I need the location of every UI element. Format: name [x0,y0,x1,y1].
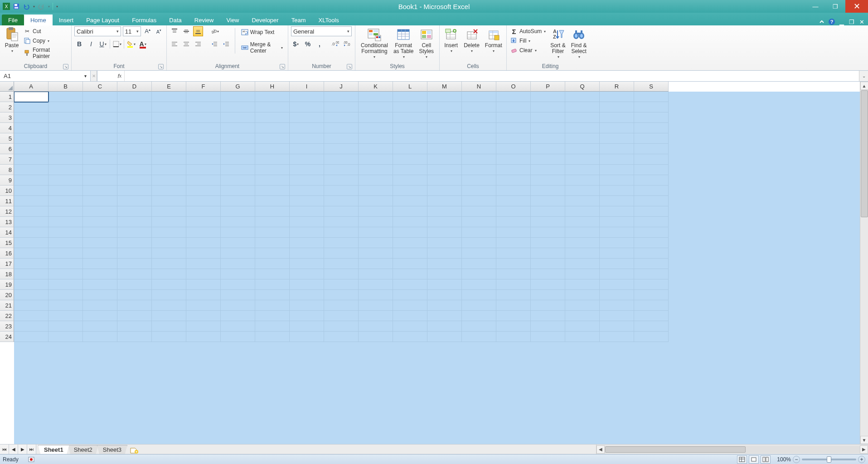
cell-G8[interactable] [221,165,255,175]
number-format-combo[interactable]: General▾ [291,26,352,36]
cell-S6[interactable] [634,144,669,154]
zoom-in-button[interactable]: + [858,456,865,463]
cell-G12[interactable] [221,206,255,217]
workbook-minimize-icon[interactable]: ▁ [838,18,845,25]
cell-O19[interactable] [496,279,531,290]
cell-F9[interactable] [186,175,221,186]
cell-B18[interactable] [48,269,83,279]
cell-H12[interactable] [255,206,290,217]
cell-J8[interactable] [324,165,359,175]
cell-N10[interactable] [462,186,496,196]
cell-A22[interactable] [14,311,48,321]
cell-H2[interactable] [255,102,290,112]
cell-G14[interactable] [221,227,255,238]
cell-S21[interactable] [634,300,669,311]
cell-O16[interactable] [496,248,531,259]
cell-R22[interactable] [600,311,634,321]
cell-A17[interactable] [14,259,48,269]
cell-R19[interactable] [600,279,634,290]
cell-I20[interactable] [290,290,324,300]
cell-C18[interactable] [83,269,117,279]
cell-M14[interactable] [427,227,462,238]
cell-D18[interactable] [117,269,152,279]
column-header-O[interactable]: O [496,82,531,92]
cell-D6[interactable] [117,144,152,154]
cell-S10[interactable] [634,186,669,196]
row-header-23[interactable]: 23 [0,321,14,332]
cell-G5[interactable] [221,133,255,144]
cell-E9[interactable] [152,175,186,186]
cell-D23[interactable] [117,321,152,332]
cell-J6[interactable] [324,144,359,154]
cell-J18[interactable] [324,269,359,279]
cell-M13[interactable] [427,217,462,227]
cell-N5[interactable] [462,133,496,144]
cell-L5[interactable] [393,133,427,144]
cell-G7[interactable] [221,154,255,165]
align-center-button[interactable] [181,39,191,49]
font-size-combo[interactable]: 11▾ [123,26,141,36]
cell-P15[interactable] [531,238,565,248]
cell-R24[interactable] [600,332,634,342]
cell-C19[interactable] [83,279,117,290]
cell-E5[interactable] [152,133,186,144]
cell-B22[interactable] [48,311,83,321]
row-header-5[interactable]: 5 [0,133,14,144]
cell-L15[interactable] [393,238,427,248]
column-header-P[interactable]: P [531,82,565,92]
cell-P16[interactable] [531,248,565,259]
zoom-out-button[interactable]: − [793,456,800,463]
cell-E15[interactable] [152,238,186,248]
cell-J15[interactable] [324,238,359,248]
cell-O11[interactable] [496,196,531,206]
cell-L12[interactable] [393,206,427,217]
cell-H24[interactable] [255,332,290,342]
cell-L10[interactable] [393,186,427,196]
cell-Q1[interactable] [565,92,600,102]
cell-C21[interactable] [83,300,117,311]
cell-I15[interactable] [290,238,324,248]
cell-D24[interactable] [117,332,152,342]
row-header-19[interactable]: 19 [0,279,14,290]
redo-dropdown[interactable]: ▾ [48,5,50,9]
row-header-17[interactable]: 17 [0,259,14,269]
cell-H11[interactable] [255,196,290,206]
align-bottom-button[interactable] [193,26,203,36]
scroll-right-icon[interactable]: ▶ [860,445,868,454]
cell-I5[interactable] [290,133,324,144]
cell-D16[interactable] [117,248,152,259]
font-color-button[interactable]: A ▾ [138,39,148,49]
column-header-C[interactable]: C [83,82,117,92]
cell-K13[interactable] [359,217,393,227]
cell-H21[interactable] [255,300,290,311]
cell-Q24[interactable] [565,332,600,342]
increase-font-button[interactable]: A▴ [143,26,152,36]
cell-R6[interactable] [600,144,634,154]
row-header-18[interactable]: 18 [0,269,14,279]
cell-I7[interactable] [290,154,324,165]
cell-O7[interactable] [496,154,531,165]
cell-G16[interactable] [221,248,255,259]
page-layout-view-button[interactable] [749,455,759,464]
cell-M23[interactable] [427,321,462,332]
cell-J1[interactable] [324,92,359,102]
format-cells-button[interactable]: Format▾ [483,26,504,54]
column-header-L[interactable]: L [393,82,427,92]
cell-K12[interactable] [359,206,393,217]
horizontal-scrollbar[interactable]: ◀ ▶ [596,444,868,454]
cell-L24[interactable] [393,332,427,342]
tab-review[interactable]: Review [188,15,220,25]
cell-H6[interactable] [255,144,290,154]
cell-J21[interactable] [324,300,359,311]
cell-B19[interactable] [48,279,83,290]
cell-E17[interactable] [152,259,186,269]
cell-K2[interactable] [359,102,393,112]
column-header-J[interactable]: J [324,82,359,92]
cell-Q14[interactable] [565,227,600,238]
zoom-slider[interactable] [802,459,856,460]
cell-K14[interactable] [359,227,393,238]
zoom-slider-knob[interactable] [827,456,831,463]
cell-M2[interactable] [427,102,462,112]
cell-H5[interactable] [255,133,290,144]
cell-B12[interactable] [48,206,83,217]
